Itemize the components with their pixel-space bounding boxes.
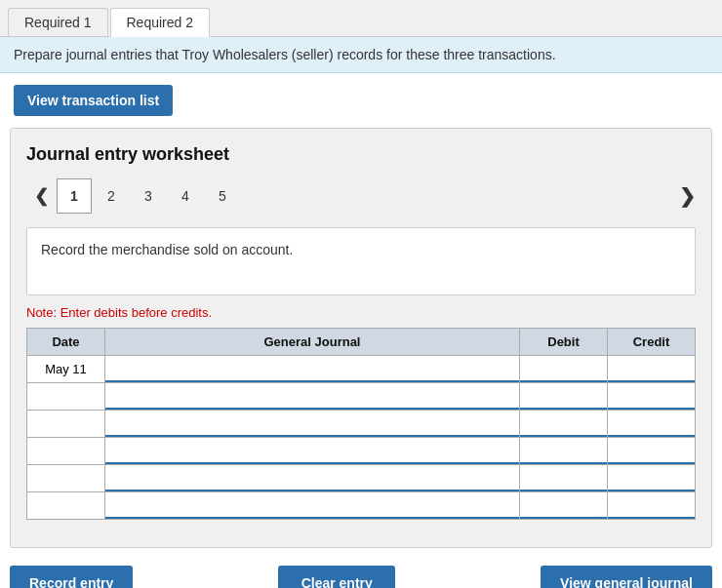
note-text: Note: Enter debits before credits. [26,305,696,320]
date-cell-6 [27,492,105,520]
table-header-row: Date General Journal Debit Credit [27,329,696,356]
journal-cell-1[interactable] [105,356,520,383]
table-row [27,383,696,411]
page-btn-5[interactable]: 5 [205,178,240,214]
journal-cell-6[interactable] [105,492,520,520]
worksheet-container: Journal entry worksheet ❮ 1 2 3 4 5 ❯ Re… [10,128,712,548]
debit-cell-4[interactable] [520,438,608,465]
date-cell-1: May 11 [27,356,105,383]
debit-cell-1[interactable] [520,356,608,383]
debit-cell-5[interactable] [520,465,608,492]
info-banner-text: Prepare journal entries that Troy Wholes… [14,47,556,62]
debit-input-1[interactable] [520,356,607,382]
credit-cell-1[interactable] [608,356,696,383]
table-row: May 11 [27,356,696,383]
debit-cell-3[interactable] [520,411,608,438]
credit-input-5[interactable] [608,465,695,491]
credit-cell-3[interactable] [608,411,696,438]
pagination: ❮ 1 2 3 4 5 ❯ [26,178,696,214]
journal-table: Date General Journal Debit Credit May 11 [26,328,696,520]
buttons-row: Record entry Clear entry View general jo… [0,558,722,588]
tab-required2[interactable]: Required 2 [110,8,211,37]
date-cell-2 [27,383,105,411]
journal-input-2[interactable] [105,383,519,410]
page-btn-3[interactable]: 3 [131,178,166,214]
credit-input-1[interactable] [608,356,695,382]
journal-input-5[interactable] [105,465,519,491]
debit-input-3[interactable] [520,411,607,437]
view-general-journal-button[interactable]: View general journal [541,566,712,588]
prev-page-button[interactable]: ❮ [26,181,57,211]
debit-cell-2[interactable] [520,383,608,411]
table-row [27,465,696,492]
info-banner: Prepare journal entries that Troy Wholes… [0,37,722,73]
credit-input-3[interactable] [608,411,695,437]
credit-cell-5[interactable] [608,465,696,492]
header-debit: Debit [520,329,608,356]
header-credit: Credit [608,329,696,356]
page-btn-1[interactable]: 1 [57,178,92,214]
next-page-button[interactable]: ❯ [679,184,696,208]
date-cell-5 [27,465,105,492]
journal-input-1[interactable] [105,356,519,382]
date-cell-4 [27,438,105,465]
credit-input-4[interactable] [608,438,695,464]
journal-input-4[interactable] [105,438,519,464]
page-btn-2[interactable]: 2 [94,178,129,214]
debit-input-6[interactable] [520,492,607,519]
header-journal: General Journal [105,329,520,356]
table-row [27,411,696,438]
debit-cell-6[interactable] [520,492,608,520]
credit-cell-4[interactable] [608,438,696,465]
description-box: Record the merchandise sold on account. [26,227,696,295]
view-transaction-button[interactable]: View transaction list [14,85,173,116]
tab-bar: Required 1 Required 2 [0,0,722,37]
debit-input-5[interactable] [520,465,607,491]
date-cell-3 [27,411,105,438]
journal-cell-2[interactable] [105,383,520,411]
debit-input-2[interactable] [520,383,607,410]
debit-input-4[interactable] [520,438,607,464]
credit-cell-2[interactable] [608,383,696,411]
journal-input-3[interactable] [105,411,519,437]
credit-input-2[interactable] [608,383,695,410]
page-btn-4[interactable]: 4 [168,178,203,214]
credit-input-6[interactable] [608,492,695,519]
table-row [27,492,696,520]
clear-entry-button[interactable]: Clear entry [278,566,395,588]
description-text: Record the merchandise sold on account. [41,242,293,257]
journal-input-6[interactable] [105,492,519,519]
table-row [27,438,696,465]
journal-cell-5[interactable] [105,465,520,492]
tab-required1[interactable]: Required 1 [8,8,108,36]
record-entry-button[interactable]: Record entry [10,566,133,588]
journal-cell-4[interactable] [105,438,520,465]
worksheet-title: Journal entry worksheet [26,144,696,165]
journal-cell-3[interactable] [105,411,520,438]
view-transaction-area: View transaction list [0,73,722,128]
header-date: Date [27,329,105,356]
credit-cell-6[interactable] [608,492,696,520]
